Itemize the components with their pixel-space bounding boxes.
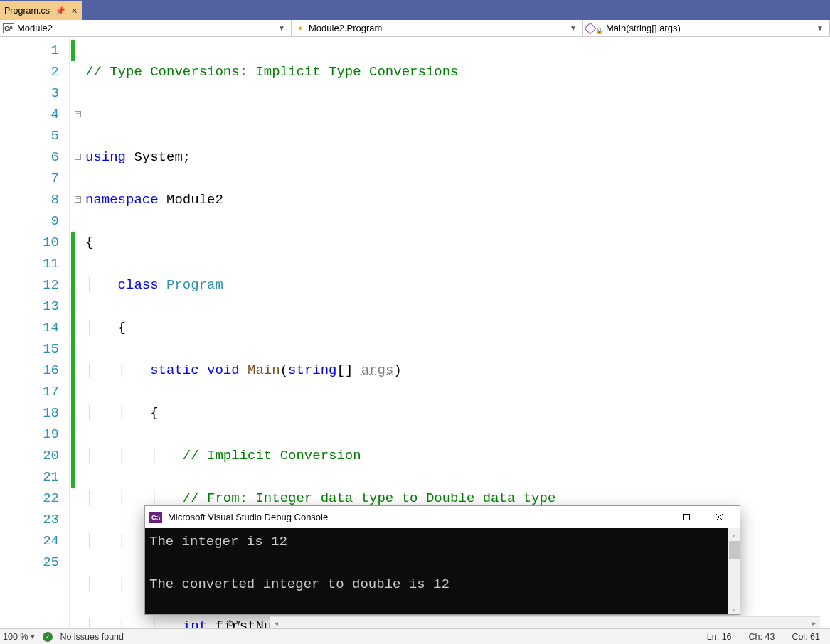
- scroll-right-icon[interactable]: ▸: [808, 617, 820, 629]
- fold-toggle[interactable]: −: [75, 154, 81, 160]
- member-dropdown[interactable]: 🔒 Main(string[] args) ▼: [583, 20, 830, 36]
- code-text: string: [288, 363, 336, 378]
- console-line: The converted integer to double is 12: [149, 574, 735, 595]
- code-text: // Type Conversions: Implicit Type Conve…: [85, 64, 459, 80]
- console-line: The integer is 12: [149, 531, 735, 552]
- code-text: {: [150, 405, 158, 421]
- horizontal-scrollbar[interactable]: ◂ ▸: [270, 616, 820, 628]
- scrollbar-thumb[interactable]: [729, 541, 740, 559]
- chevron-down-icon: ▼: [570, 24, 580, 32]
- minimize-button[interactable]: [637, 506, 670, 528]
- change-markers: − − −: [70, 37, 83, 628]
- code-text: args: [361, 363, 394, 378]
- chevron-down-icon: ▼: [29, 633, 36, 640]
- fold-toggle[interactable]: −: [75, 196, 81, 203]
- scope-dropdown[interactable]: C# Module2 ▼: [0, 20, 292, 36]
- class-icon: 🔸: [294, 23, 306, 33]
- chevron-down-icon: ▼: [278, 24, 288, 32]
- chevron-down-icon: ▾: [236, 618, 240, 628]
- code-text: (: [280, 363, 288, 378]
- status-bar: 100 % ▼ ✓ No issues found Ln: 16 Ch: 43 …: [0, 628, 830, 644]
- code-text: Module2: [159, 192, 223, 208]
- tab-title: Program.cs: [4, 6, 50, 16]
- code-text: // From: Integer data type to Double dat…: [183, 490, 556, 506]
- method-icon: [585, 22, 597, 34]
- code-text: Program: [159, 277, 223, 293]
- code-text: []: [337, 363, 361, 378]
- check-icon: ✓: [43, 632, 53, 642]
- code-text: {: [118, 320, 126, 336]
- console-output[interactable]: The integer is 12 The converted integer …: [145, 528, 740, 614]
- code-text: void: [199, 363, 240, 378]
- type-dropdown[interactable]: 🔸 Module2.Program ▼: [292, 20, 583, 36]
- console-app-icon: C:\: [149, 512, 162, 523]
- zoom-dropdown[interactable]: 100 % ▼: [3, 632, 36, 642]
- console-scrollbar[interactable]: ˄ ˅: [728, 528, 740, 614]
- type-label: Module2.Program: [309, 23, 382, 33]
- lock-icon: 🔒: [595, 27, 603, 34]
- member-label: Main(string[] args): [606, 23, 681, 33]
- csharp-icon: C#: [3, 23, 14, 33]
- code-text: // Implicit Conversion: [183, 448, 361, 463]
- fold-toggle[interactable]: −: [75, 111, 81, 117]
- code-text: static: [150, 363, 198, 378]
- code-text: System;: [126, 149, 191, 165]
- close-icon[interactable]: ✕: [71, 6, 78, 16]
- code-text: ): [393, 363, 401, 378]
- view-picker[interactable]: 🖱▾: [226, 616, 240, 628]
- code-text: class: [118, 277, 159, 293]
- issues-label: No issues found: [60, 632, 124, 642]
- pin-icon[interactable]: 📌: [55, 6, 65, 16]
- code-text: {: [85, 235, 93, 250]
- zoom-value: 100 %: [3, 632, 28, 642]
- document-tab-strip: Program.cs 📌 ✕: [0, 0, 830, 20]
- scroll-left-icon[interactable]: ◂: [270, 617, 282, 629]
- document-tab-program[interactable]: Program.cs 📌 ✕: [0, 1, 82, 20]
- cursor-line: Ln: 16: [707, 632, 732, 642]
- debug-console-window[interactable]: C:\ Microsoft Visual Studio Debug Consol…: [144, 505, 740, 615]
- chevron-down-icon: ▼: [816, 24, 826, 32]
- svg-rect-1: [683, 515, 689, 520]
- maximize-button[interactable]: [670, 506, 703, 528]
- code-text: Main: [240, 363, 280, 378]
- scope-label: Module2: [17, 23, 53, 33]
- console-titlebar[interactable]: C:\ Microsoft Visual Studio Debug Consol…: [145, 506, 740, 528]
- cursor-col: Col: 61: [792, 632, 820, 642]
- cursor-char: Ch: 43: [749, 632, 775, 642]
- line-number-gutter: 1234567891011121314151617181920212223242…: [0, 37, 70, 628]
- code-text: using: [85, 149, 126, 165]
- navigation-bar: C# Module2 ▼ 🔸 Module2.Program ▼ 🔒 Main(…: [0, 20, 830, 37]
- console-title-text: Microsoft Visual Studio Debug Console: [168, 512, 328, 522]
- mouse-icon: 🖱: [226, 618, 235, 628]
- code-text: namespace: [85, 192, 159, 208]
- close-button[interactable]: [703, 506, 735, 528]
